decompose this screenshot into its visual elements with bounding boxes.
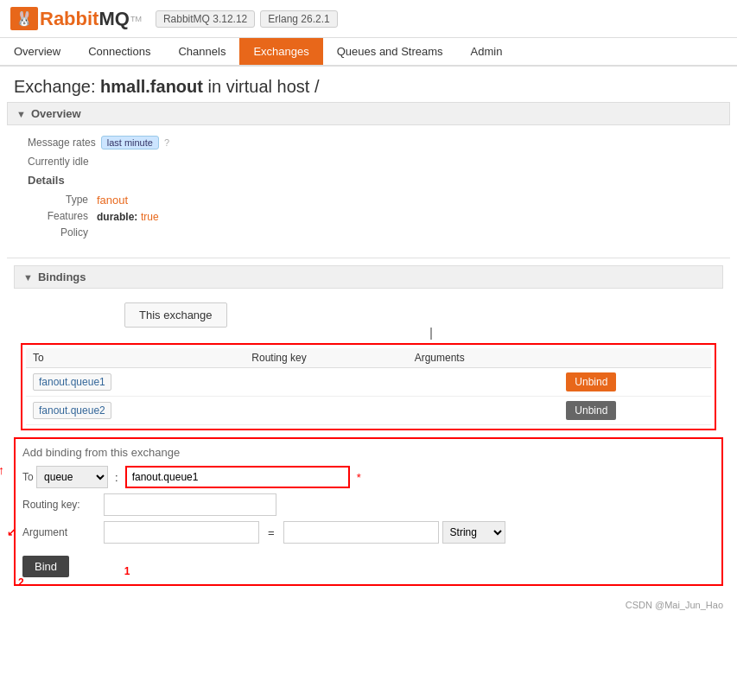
queue2-args: [408, 397, 560, 425]
features-key: durable:: [97, 211, 137, 223]
overview-section-title: Overview: [31, 107, 81, 120]
details-section: Details Type fanout Features durable: tr…: [14, 170, 723, 247]
add-binding-form: Add binding from this exchange To queue …: [14, 437, 723, 586]
last-minute-badge[interactable]: last minute: [101, 136, 159, 150]
footer-text: CSDN @Mai_Jun_Hao: [626, 600, 723, 610]
connector: [21, 328, 716, 340]
logo-tm: TM: [130, 15, 142, 23]
logo-text: RabbitMQ: [40, 8, 130, 30]
main-nav: Overview Connections Channels Exchanges …: [0, 38, 737, 67]
add-binding-container: ↑ Add binding from this exchange To queu…: [7, 437, 730, 586]
bind-button[interactable]: Bind: [22, 556, 69, 577]
unbind-queue2-button[interactable]: Unbind: [566, 401, 616, 420]
bindings-section: ▼ Bindings This exchange To Routing key …: [7, 265, 730, 430]
arguments-row: Argument = String int double float long …: [22, 521, 715, 544]
required-star: *: [357, 471, 361, 484]
queue2-unbind-cell: Unbind: [559, 397, 711, 425]
bindings-section-header[interactable]: ▼ Bindings: [14, 265, 723, 289]
queue1-unbind-cell: Unbind: [559, 368, 711, 397]
type-row: Type fanout: [28, 192, 709, 208]
page-title-suffix: in virtual host /: [208, 77, 320, 96]
queue1-args: [408, 368, 560, 397]
queue1-link[interactable]: fanout.queue1: [33, 373, 111, 391]
nav-admin[interactable]: Admin: [457, 38, 517, 65]
col-arguments: Arguments: [408, 348, 560, 368]
header: 🐰 RabbitMQ TM RabbitMQ 3.12.12 Erlang 26…: [0, 0, 737, 38]
features-label: Features: [28, 210, 97, 223]
policy-row: Policy: [28, 225, 709, 240]
table-row: fanout.queue1 Unbind: [26, 368, 711, 397]
features-row: Features durable: true: [28, 208, 709, 225]
col-routing-key: Routing key: [245, 348, 407, 368]
overview-section-body: Message rates last minute ? Currently id…: [0, 125, 737, 254]
argument-key-input[interactable]: [104, 521, 259, 544]
arg-type-select[interactable]: String int double float long short byte …: [442, 521, 505, 544]
to-queue-row: To queue exchange : *: [22, 466, 715, 488]
nav-connections[interactable]: Connections: [74, 38, 164, 65]
type-value: fanout: [97, 194, 128, 207]
table-row: fanout.queue2 Unbind: [26, 397, 711, 425]
nav-exchanges[interactable]: Exchanges: [239, 38, 322, 65]
colon-separator: :: [115, 471, 118, 484]
arrow-annotation-left: ↑: [0, 463, 4, 477]
overview-section-header[interactable]: ▼ Overview: [7, 102, 730, 125]
footer: CSDN @Mai_Jun_Hao: [0, 593, 737, 617]
version2-badge: Erlang 26.2.1: [260, 10, 337, 28]
equals-sign: =: [263, 526, 280, 539]
annotation-num2: 2: [18, 576, 24, 589]
argument-value-input[interactable]: [283, 521, 439, 544]
nav-overview[interactable]: Overview: [0, 38, 74, 65]
to-label: To queue exchange: [22, 466, 108, 488]
help-icon[interactable]: ?: [164, 137, 169, 148]
routing-key-input[interactable]: [104, 493, 276, 516]
message-rates-row: Message rates last minute ?: [14, 132, 723, 153]
policy-label: Policy: [28, 226, 97, 239]
overview-arrow-icon: ▼: [16, 109, 26, 119]
queue-name-input[interactable]: [125, 466, 350, 488]
bindings-section-title: Bindings: [38, 270, 86, 283]
table-header-row: To Routing key Arguments: [26, 348, 711, 368]
routing-key-label: Routing key:: [22, 499, 100, 511]
queue2-link[interactable]: fanout.queue2: [33, 402, 111, 419]
annotation-arrow1: ↙: [7, 526, 16, 538]
col-to: To: [26, 348, 245, 368]
this-exchange-wrapper: This exchange: [21, 296, 716, 328]
queue1-routing: [245, 368, 407, 397]
routing-key-row: Routing key:: [22, 493, 715, 516]
features-bool: true: [141, 211, 159, 223]
unbind-queue1-button[interactable]: Unbind: [566, 372, 616, 391]
this-exchange-button[interactable]: This exchange: [124, 302, 227, 328]
exchange-name: hmall.fanout: [100, 77, 203, 96]
queue2-routing: [245, 397, 407, 425]
overview-section: ▼ Overview Message rates last minute ? C…: [0, 102, 737, 254]
details-title: Details: [28, 174, 709, 187]
nav-channels[interactable]: Channels: [164, 38, 239, 65]
bindings-table: To Routing key Arguments fanout.queue1: [26, 348, 711, 425]
bind-button-wrapper: Bind ↙ 2: [22, 552, 69, 577]
connector-line: [430, 328, 432, 340]
col-action: [559, 348, 711, 368]
type-label: Type: [28, 194, 97, 207]
to-type-select[interactable]: queue exchange: [36, 466, 108, 488]
queue2-cell: fanout.queue2: [26, 397, 245, 425]
features-value: durable: true: [97, 210, 159, 223]
page-title-prefix: Exchange:: [14, 77, 96, 96]
bindings-arrow-icon: ▼: [23, 272, 33, 283]
nav-queues-streams[interactable]: Queues and Streams: [323, 38, 457, 65]
annotation-num1: 1: [124, 565, 130, 577]
bindings-body: This exchange To Routing key Arguments: [7, 289, 730, 430]
logo: 🐰 RabbitMQ TM: [10, 7, 142, 30]
message-rates-label: Message rates: [28, 137, 96, 149]
version1-badge: RabbitMQ 3.12.12: [156, 10, 255, 28]
bindings-table-wrapper: To Routing key Arguments fanout.queue1: [21, 343, 716, 430]
queue1-cell: fanout.queue1: [26, 368, 245, 397]
add-binding-title: Add binding from this exchange: [22, 446, 715, 459]
page-title: Exchange: hmall.fanout in virtual host /: [0, 67, 737, 102]
idle-status: Currently idle: [14, 153, 723, 170]
argument-label: Argument: [22, 526, 100, 538]
logo-icon: 🐰: [10, 7, 38, 30]
